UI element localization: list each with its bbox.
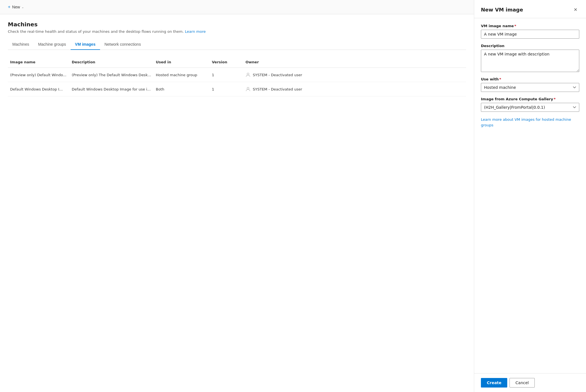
col-image-name: Image name	[8, 59, 70, 65]
cell-description-1: (Preview only) The Default Windows Desk.…	[70, 72, 154, 78]
panel-title: New VM image	[481, 7, 523, 13]
required-star: *	[514, 24, 516, 28]
learn-more-link-main[interactable]: Learn more	[185, 29, 206, 34]
cell-description-2: Default Windows Desktop Image for use i.…	[70, 86, 154, 92]
tab-machines[interactable]: Machines	[8, 39, 34, 50]
table-row[interactable]: Default Windows Desktop I... Default Win…	[8, 82, 466, 96]
learn-more-link-panel[interactable]: Learn more about VM images for hosted ma…	[481, 117, 579, 128]
col-description: Description	[70, 59, 154, 65]
cell-image-name-2: Default Windows Desktop I...	[8, 86, 70, 92]
svg-point-0	[247, 73, 249, 75]
cell-image-name-1: (Preview only) Default Windo...	[8, 72, 70, 78]
description-group: Description A new VM image with descript…	[481, 44, 579, 72]
user-icon	[245, 72, 251, 77]
panel-body: VM image name* Description A new VM imag…	[474, 18, 586, 373]
side-panel: New VM image ✕ VM image name* Descriptio…	[474, 0, 586, 392]
vm-image-name-label: VM image name*	[481, 24, 579, 28]
tabs-container: Machines Machine groups VM images Networ…	[8, 39, 466, 50]
image-gallery-label: Image from Azure Compute Gallery*	[481, 97, 579, 101]
close-icon: ✕	[574, 7, 577, 12]
description-textarea[interactable]: A new VM image with description	[481, 50, 579, 72]
use-with-label: Use with*	[481, 77, 579, 81]
cell-used-in-2: Both	[154, 86, 210, 92]
page-subtitle: Check the real-time health and status of…	[8, 29, 466, 34]
tab-machine-groups[interactable]: Machine groups	[34, 39, 71, 50]
required-star-3: *	[554, 97, 556, 101]
chevron-down-icon: ⌄	[22, 6, 24, 9]
use-with-group: Use with* Hosted machine Hosted machine …	[481, 77, 579, 92]
image-gallery-select[interactable]: (H2H_Gallery|FromPortal|0.0.1)	[481, 103, 579, 112]
col-used-in: Used in	[154, 59, 210, 65]
cell-owner-2: SYSTEM - Deactivated user	[243, 85, 466, 93]
cell-owner-1: SYSTEM - Deactivated user	[243, 71, 466, 78]
page-area: Machines Check the real-time health and …	[0, 14, 474, 392]
tab-network-connections[interactable]: Network connections	[100, 39, 145, 50]
table-row[interactable]: (Preview only) Default Windo... (Preview…	[8, 68, 466, 82]
plus-icon: +	[8, 4, 10, 10]
description-label: Description	[481, 44, 579, 48]
use-with-select[interactable]: Hosted machine Hosted machine group Both	[481, 83, 579, 92]
cell-version-1: 1	[210, 72, 243, 78]
create-button[interactable]: Create	[481, 378, 507, 388]
required-star-2: *	[499, 77, 501, 81]
image-gallery-group: Image from Azure Compute Gallery* (H2H_G…	[481, 97, 579, 112]
tab-vm-images[interactable]: VM images	[71, 39, 100, 50]
vm-image-name-input[interactable]	[481, 30, 579, 39]
vm-image-name-group: VM image name*	[481, 24, 579, 39]
cell-version-2: 1	[210, 86, 243, 92]
cell-used-in-1: Hosted machine group	[154, 72, 210, 78]
col-owner: Owner	[243, 59, 466, 65]
panel-header: New VM image ✕	[474, 0, 586, 18]
user-icon	[245, 87, 251, 92]
vm-images-table: Image name Description Used in Version O…	[8, 57, 466, 96]
page-title: Machines	[8, 21, 466, 28]
top-bar: + New ⌄	[0, 0, 474, 14]
svg-point-1	[247, 87, 249, 89]
table-header: Image name Description Used in Version O…	[8, 57, 466, 68]
panel-footer: Create Cancel	[474, 373, 586, 392]
new-button-label: New	[12, 5, 20, 9]
new-button[interactable]: + New ⌄	[6, 3, 26, 11]
close-button[interactable]: ✕	[571, 6, 579, 13]
col-version: Version	[210, 59, 243, 65]
cancel-button[interactable]: Cancel	[509, 378, 534, 388]
